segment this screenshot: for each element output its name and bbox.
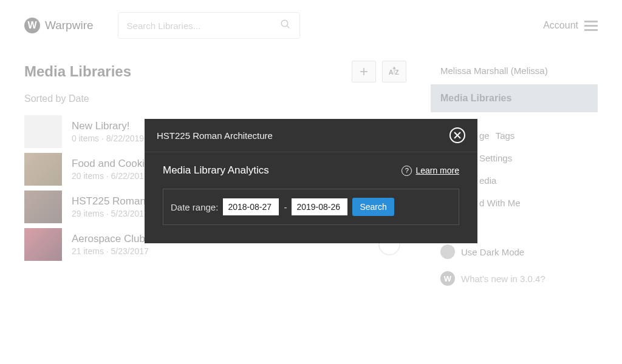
analytics-modal: HST225 Roman Architecture Media Library … bbox=[145, 119, 477, 243]
modal-subtitle: Media Library Analytics bbox=[163, 164, 269, 177]
date-range-label: Date range: bbox=[171, 202, 218, 212]
date-from-input[interactable] bbox=[223, 198, 279, 215]
close-button[interactable] bbox=[449, 127, 465, 143]
search-button[interactable]: Search bbox=[352, 198, 394, 216]
learn-more-link[interactable]: Learn more bbox=[415, 166, 459, 175]
modal-overlay: HST225 Roman Architecture Media Library … bbox=[0, 0, 622, 364]
learn-more[interactable]: ? Learn more bbox=[402, 166, 459, 176]
date-range-dash: - bbox=[284, 202, 287, 212]
date-range-row: Date range: - Search bbox=[163, 189, 459, 225]
modal-title: HST225 Roman Architecture bbox=[157, 130, 273, 141]
help-icon: ? bbox=[402, 166, 412, 176]
date-to-input[interactable] bbox=[292, 198, 347, 215]
